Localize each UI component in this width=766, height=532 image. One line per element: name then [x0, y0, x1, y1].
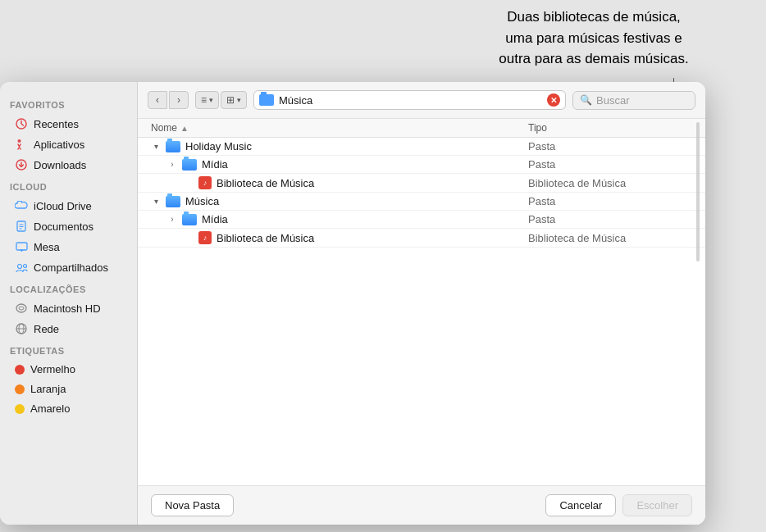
download-icon	[15, 158, 28, 171]
sidebar-item-label-amarelo: Amarelo	[30, 402, 70, 415]
file-type-0: Pasta	[528, 140, 692, 152]
sidebar-item-label-compartilhados: Compartilhados	[34, 261, 108, 274]
sidebar-item-label-recentes: Recentes	[34, 118, 79, 130]
sidebar-item-documentos[interactable]: Documentos	[5, 216, 132, 236]
file-name-3: Música	[185, 195, 219, 207]
sort-arrow: ▲	[180, 124, 189, 133]
file-name-4: Mídia	[202, 213, 228, 225]
sidebar-item-downloads[interactable]: Downloads	[5, 155, 132, 175]
svg-point-11	[17, 265, 21, 269]
file-name-0: Holiday Music	[185, 140, 252, 152]
svg-point-13	[16, 304, 26, 312]
sidebar-item-aplicativos[interactable]: Aplicativos	[5, 134, 132, 154]
clock-icon	[15, 117, 28, 130]
column-header-name[interactable]: Nome ▲	[151, 122, 528, 134]
choose-button[interactable]: Escolher	[622, 494, 692, 516]
file-cell-name: ♪ Biblioteca de Música	[184, 231, 528, 244]
sidebar-item-label-laranja: Laranja	[30, 383, 66, 395]
search-placeholder: Buscar	[596, 94, 629, 107]
table-row[interactable]: › Mídia Pasta	[138, 156, 705, 174]
sidebar-item-label-rede: Rede	[34, 323, 59, 335]
app-icon	[15, 138, 28, 151]
file-cell-name: ▾ Holiday Music	[151, 140, 528, 152]
file-type-3: Pasta	[528, 195, 692, 207]
expand-arrow-2	[184, 179, 194, 188]
toolbar: ‹ › ≡ ▾ ⊞ ▾ Música ✕ 🔍 Buscar	[138, 82, 705, 119]
sidebar-item-label-aplicativos: Aplicativos	[34, 139, 84, 151]
shared-icon	[15, 261, 28, 274]
search-bar[interactable]: 🔍 Buscar	[572, 91, 695, 110]
tag-dot-laranja	[15, 384, 25, 394]
sidebar-item-label-mesa: Mesa	[34, 241, 60, 253]
list-view-chevron: ▾	[209, 96, 213, 104]
table-row[interactable]: ♪ Biblioteca de Música Biblioteca de Mús…	[138, 174, 705, 193]
sidebar-item-macintosh-hd[interactable]: Macintosh HD	[5, 298, 132, 318]
list-view-icon: ≡	[201, 94, 207, 106]
column-header-type[interactable]: Tipo	[528, 122, 692, 134]
nav-back-button[interactable]: ‹	[148, 91, 167, 109]
document-icon	[15, 220, 28, 233]
footer-right: Cancelar Escolher	[545, 494, 692, 516]
sidebar-item-recentes[interactable]: Recentes	[5, 114, 132, 134]
expand-arrow-4[interactable]: ›	[167, 215, 177, 224]
svg-point-14	[19, 307, 24, 310]
cancel-button[interactable]: Cancelar	[545, 494, 616, 516]
section-label-localizacoes: Localizações	[0, 278, 137, 298]
annotation-text: Duas bibliotecas de música, uma para mús…	[438, 0, 750, 76]
table-row[interactable]: ♪ Biblioteca de Música Biblioteca de Mús…	[138, 229, 705, 248]
file-type-1: Pasta	[528, 158, 692, 171]
nav-forward-button[interactable]: ›	[169, 91, 189, 109]
file-name-1: Mídia	[202, 158, 228, 171]
section-label-etiquetas: Etiquetas	[0, 339, 137, 359]
location-clear-button[interactable]: ✕	[547, 93, 560, 107]
svg-rect-8	[16, 243, 27, 250]
expand-arrow-0[interactable]: ▾	[151, 142, 161, 151]
folder-icon	[166, 141, 180, 152]
grid-view-chevron: ▾	[237, 96, 241, 104]
main-content: ‹ › ≡ ▾ ⊞ ▾ Música ✕ 🔍 Buscar	[138, 82, 705, 525]
folder-icon	[182, 159, 197, 171]
file-list-header: Nome ▲ Tipo	[138, 119, 705, 138]
new-folder-button[interactable]: Nova Pasta	[151, 494, 234, 516]
svg-point-12	[23, 265, 26, 268]
sidebar-item-compartilhados[interactable]: Compartilhados	[5, 257, 132, 277]
sidebar-item-label-macintosh-hd: Macintosh HD	[34, 302, 101, 315]
scrollbar[interactable]	[696, 122, 700, 261]
sidebar-item-rede[interactable]: Rede	[5, 319, 132, 339]
table-row[interactable]: ▾ Holiday Music Pasta	[138, 138, 705, 156]
sidebar-item-icloud-drive[interactable]: iCloud Drive	[5, 196, 132, 216]
list-view-button[interactable]: ≡ ▾	[195, 91, 219, 109]
desktop-icon	[15, 240, 28, 253]
file-name-5: Biblioteca de Música	[217, 232, 314, 244]
view-buttons: ≡ ▾ ⊞ ▾	[195, 91, 247, 109]
location-folder-icon	[259, 94, 274, 106]
file-cell-name: › Mídia	[167, 213, 528, 225]
sidebar-item-amarelo[interactable]: Amarelo	[5, 399, 132, 418]
sidebar-item-label-downloads: Downloads	[34, 159, 86, 171]
sidebar-item-mesa[interactable]: Mesa	[5, 237, 132, 257]
sidebar-item-label-icloud-drive: iCloud Drive	[34, 200, 92, 212]
harddisk-icon	[15, 302, 28, 315]
svg-point-1	[18, 139, 21, 143]
search-icon: 🔍	[580, 94, 592, 106]
expand-arrow-1[interactable]: ›	[167, 160, 177, 169]
sidebar-item-laranja[interactable]: Laranja	[5, 380, 132, 398]
file-cell-name: › Mídia	[167, 158, 528, 171]
cloud-icon	[15, 199, 28, 212]
expand-arrow-3[interactable]: ▾	[151, 197, 161, 206]
table-row[interactable]: ▾ Música Pasta	[138, 193, 705, 211]
location-text: Música	[279, 94, 542, 107]
expand-arrow-5	[184, 234, 194, 243]
grid-view-button[interactable]: ⊞ ▾	[221, 91, 247, 109]
table-row[interactable]: › Mídia Pasta	[138, 211, 705, 229]
music-lib-icon: ♪	[198, 176, 212, 189]
location-bar[interactable]: Música ✕	[253, 90, 566, 110]
network-icon	[15, 322, 28, 335]
section-label-icloud: iCloud	[0, 175, 137, 195]
sidebar: Favoritos Recentes Aplicativos	[0, 82, 138, 525]
sidebar-item-vermelho[interactable]: Vermelho	[5, 360, 132, 379]
grid-view-icon: ⊞	[226, 94, 235, 106]
tag-dot-amarelo	[15, 404, 25, 414]
folder-icon	[182, 214, 197, 225]
music-lib-icon: ♪	[198, 231, 212, 244]
